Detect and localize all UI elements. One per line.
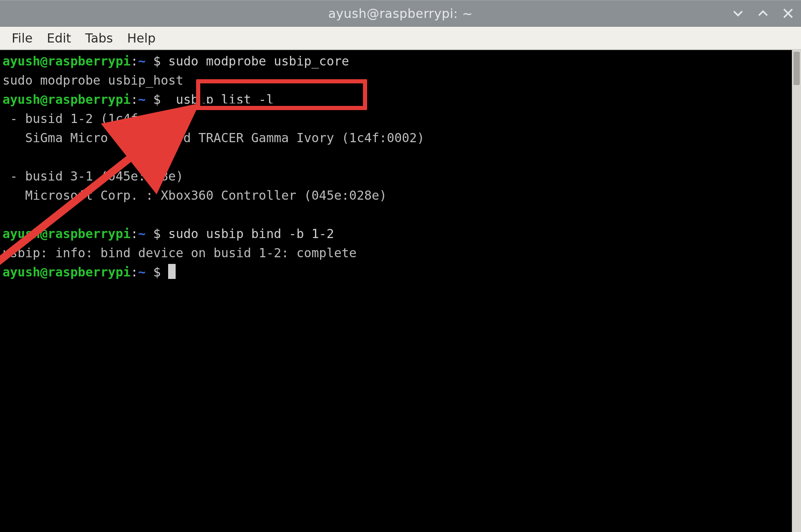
terminal-cursor xyxy=(168,264,176,279)
prompt-symbol: $ xyxy=(146,265,168,279)
terminal-output: - busid 1-2 (1c4f:0002) xyxy=(3,111,183,126)
window-controls xyxy=(731,0,795,26)
prompt-colon: : xyxy=(131,92,138,107)
terminal-output: sudo modprobe usbip_host xyxy=(3,73,183,88)
terminal-output: Microsoft Corp. : Xbox360 Controller (04… xyxy=(3,188,387,203)
terminal-line: - busid 3-1 (045e:028e) xyxy=(3,167,789,186)
terminal-wrapper: ayush@raspberrypi:~ $ sudo modprobe usbi… xyxy=(0,50,801,532)
prompt-path: ~ xyxy=(138,265,146,279)
terminal-line: SiGma Micro : Keyboard TRACER Gamma Ivor… xyxy=(3,128,789,148)
menu-tabs[interactable]: Tabs xyxy=(79,28,118,48)
menu-help[interactable]: Help xyxy=(121,28,161,48)
prompt-colon: : xyxy=(131,226,138,241)
terminal-line: Microsoft Corp. : Xbox360 Controller (04… xyxy=(3,186,789,205)
terminal-output: - busid 3-1 (045e:028e) xyxy=(3,169,183,183)
terminal-command: usbip list -l xyxy=(168,92,274,107)
maximize-icon[interactable] xyxy=(756,6,770,20)
terminal-output: SiGma Micro : Keyboard TRACER Gamma Ivor… xyxy=(3,130,424,145)
menubar: File Edit Tabs Help xyxy=(0,27,801,50)
prompt-user-host: ayush@raspberrypi xyxy=(3,54,131,68)
terminal-command: sudo modprobe usbip_core xyxy=(168,54,349,68)
terminal-line: ayush@raspberrypi:~ $ sudo modprobe usbi… xyxy=(3,52,789,71)
terminal-line xyxy=(3,205,789,224)
window-title: ayush@raspberrypi: ~ xyxy=(328,6,473,21)
window-titlebar: ayush@raspberrypi: ~ xyxy=(0,0,801,27)
terminal-line: usbip: info: bind device on busid 1-2: c… xyxy=(3,243,789,263)
prompt-user-host: ayush@raspberrypi xyxy=(3,226,131,241)
terminal-output: usbip: info: bind device on busid 1-2: c… xyxy=(3,246,357,260)
terminal-line: sudo modprobe usbip_host xyxy=(3,71,789,90)
prompt-path: ~ xyxy=(138,92,146,107)
menu-file[interactable]: File xyxy=(6,28,38,48)
prompt-user-host: ayush@raspberrypi xyxy=(3,265,131,279)
prompt-symbol: $ xyxy=(146,226,168,241)
scrollbar[interactable] xyxy=(792,50,801,532)
terminal-line: ayush@raspberrypi:~ $ xyxy=(3,263,789,282)
prompt-path: ~ xyxy=(138,226,146,241)
terminal-line: ayush@raspberrypi:~ $ sudo usbip bind -b… xyxy=(3,224,789,243)
scrollbar-thumb[interactable] xyxy=(793,52,800,85)
terminal-command: sudo usbip bind -b 1-2 xyxy=(168,226,334,241)
prompt-colon: : xyxy=(131,54,138,68)
terminal-line xyxy=(3,148,789,167)
menu-edit[interactable]: Edit xyxy=(41,28,77,48)
close-icon[interactable] xyxy=(781,6,795,20)
terminal-line: - busid 1-2 (1c4f:0002) xyxy=(3,109,789,128)
prompt-user-host: ayush@raspberrypi xyxy=(3,92,131,107)
prompt-path: ~ xyxy=(138,54,146,68)
terminal-line: ayush@raspberrypi:~ $ usbip list -l xyxy=(3,90,789,109)
prompt-colon: : xyxy=(131,265,138,279)
minimize-icon[interactable] xyxy=(731,6,745,20)
prompt-symbol: $ xyxy=(146,54,168,68)
terminal[interactable]: ayush@raspberrypi:~ $ sudo modprobe usbi… xyxy=(0,50,792,532)
prompt-symbol: $ xyxy=(146,92,168,107)
